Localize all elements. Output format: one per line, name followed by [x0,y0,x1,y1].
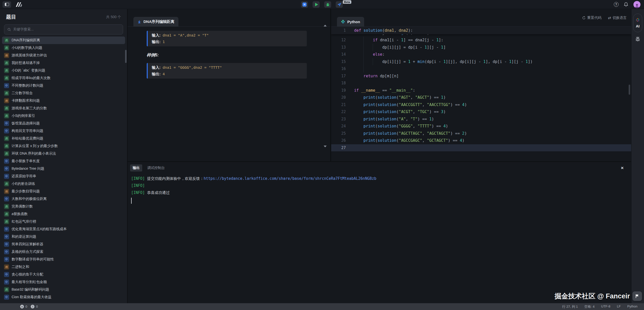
problem-list-item[interactable]: 易计算从位置 x 到 y 的最少步数 [2,142,125,150]
sidebar-scrollbar[interactable] [125,50,127,63]
problem-list-item[interactable]: 中还原原始字符串 [2,173,125,180]
status-eol[interactable]: LF [617,304,621,309]
problem-list-item[interactable]: 中及格的组合方式探索 [2,248,125,256]
problem-list-item[interactable]: 易红包运气排行榜 [2,218,125,225]
difficulty-badge: 易 [4,91,9,96]
code-line[interactable]: 22 print(solution("ACGT", "TGC") == 3) [331,108,631,116]
sidebar-toggle-button[interactable] [3,1,11,8]
problem-list-item[interactable]: 中优化青海湖至景点X的租车路线成本 [2,225,125,233]
problem-list-item[interactable]: 易小U的数字插入问题 [2,44,125,52]
problem-list-item[interactable]: 中饭馆菜品选择问题 [2,120,125,127]
problem-list-item[interactable]: 易二分数字组合 [2,89,125,97]
problem-list-item[interactable]: 难卡牌翻面求和问题 [2,97,125,105]
code-line[interactable]: 16 [331,65,631,73]
problem-list-item[interactable]: 易我好想逃却逃不掉 [2,59,125,67]
console-close-button[interactable]: × [621,165,624,170]
code-line[interactable]: 21 print(solution("AACCGGTT", "AACCTTGG"… [331,101,631,109]
log-level-tag: [INFO] [131,190,145,195]
problem-list-item[interactable]: 易小S的倒排索引 [2,112,125,120]
scroll-down-arrow[interactable] [324,146,327,147]
problem-list-item[interactable]: 中不同整数的计数问题 [2,82,125,89]
code-line[interactable]: 26 print(solution("AGCCGAGC", "GCTAGCT")… [331,137,631,144]
difficulty-badge: 中 [4,234,9,239]
problem-list-item[interactable]: 中大数和中的极值位距离 [2,195,125,203]
problem-list-item[interactable]: 易a替换函数 [2,210,125,218]
problem-list-item[interactable]: 难最少步数归零问题 [2,188,125,195]
feedback-flag-button[interactable] [632,291,642,301]
problem-list-item[interactable]: 易环状 DNA 序列的最小表示法 [2,150,125,157]
avatar[interactable] [633,1,640,8]
search-input[interactable]: 关键字搜索... [4,24,123,35]
bell-icon[interactable] [624,2,628,7]
problem-list-item[interactable]: 中数字翻译成字符串的可能性 [2,256,125,263]
tab-problem[interactable]: DNA序列编辑距离 [133,17,178,26]
scroll-up-arrow[interactable] [324,25,327,26]
difficulty-badge: 中 [4,166,9,171]
code-line[interactable]: 12 if dna1[i - 1] == dna2[j - 1]: [331,37,631,44]
problem-list-item[interactable]: 易组成字符串ku的最大次数 [2,74,125,82]
example-io-value: 1 [163,40,165,44]
console-tab-debug[interactable]: 调试控制台 [145,164,167,171]
code-editor[interactable]: 1def solution(dna1, dna2): for j in rang… [331,27,631,161]
code-line[interactable]: 23 print(solution("A", "T") == 1) [331,116,631,123]
problem-list-item[interactable]: 中和的逆运算问题 [2,233,125,240]
problem-list-item[interactable]: 易Base32 编码和解码问题 [2,286,125,293]
problems-indicator[interactable]: × 0 ! 0 [20,305,41,308]
help-icon[interactable]: ? [614,2,619,7]
problem-title: 构造回文字符串问题 [12,129,43,133]
problem-title: Base32 编码和解码问题 [12,287,49,292]
problem-list-item[interactable]: 中最小替换子串长度 [2,157,125,165]
console-tab-output[interactable]: 输出 [130,164,142,171]
problem-list-item[interactable]: 易小E的射击训练 [2,180,125,188]
problem-count: 共 500 个 [106,15,121,19]
problem-list-item[interactable]: 易DNA序列编辑距离 [2,37,125,44]
python-icon [341,20,345,24]
status-encoding[interactable]: UTF-8 [601,304,611,309]
code-line[interactable]: 13 dp[i][j] = dp[i - 1][j - 1] [331,44,631,51]
code-line[interactable]: 24 print(solution("GGGG", "TTTT") == 4) [331,123,631,130]
problem-list-item[interactable]: 中Bytedance Tree 问题 [2,165,125,173]
run-button[interactable] [313,1,320,8]
switch-language-button[interactable]: ⇄ 切换语言 [608,16,627,20]
problem-title: 最小替换子串长度 [12,159,40,163]
code-line[interactable]: for j in range(1, n + 1): [331,34,631,37]
code-line[interactable]: 20 print(solution("AGT", "AGCT") == 1) [331,94,631,101]
log-link[interactable]: https://bytedance.larkoffice.com/share/b… [204,176,376,181]
difficulty-badge: 中 [4,159,9,164]
code-line[interactable]: 14 else: [331,51,631,58]
add-button[interactable]: + [301,1,308,8]
problem-list-item[interactable]: 易游戏排名第三大的分数 [2,105,125,112]
difficulty-badge: 难 [4,53,9,58]
problem-list-item[interactable]: 中简单四则运算解析器 [2,240,125,248]
submit-button[interactable] [336,1,343,8]
problem-list-item[interactable]: 易小D的 `abc` 变换问题 [2,67,125,74]
problem-list-item[interactable]: 中贪心猫的鱼干大分配 [2,271,125,278]
code-line[interactable]: 25 print(solution("AGCTTAGC", "AGCTAGCT"… [331,130,631,137]
debug-button[interactable] [324,1,331,8]
editor-scrollbar[interactable] [629,85,630,95]
problem-list-item[interactable]: 中构造回文字符串问题 [2,127,125,135]
problem-list-item[interactable]: 难二进制之和 [2,263,125,271]
problem-list-item[interactable]: 易完美偶数计数 [2,203,125,210]
problem-title: 环状 DNA 序列的最小表示法 [12,151,56,156]
flag-icon [635,294,639,298]
ai-assistant-button[interactable]: AI [633,14,642,32]
reset-code-button[interactable]: 重置代码 [582,16,601,20]
code-line[interactable]: 27 [331,144,631,152]
code-line[interactable]: 17 return dp[m][n] [331,73,631,80]
problem-list-item[interactable]: 难游戏英雄升级潜力评估 [2,52,125,59]
logo[interactable] [15,2,23,8]
problem-list-item[interactable]: 易补给站最优花费问题 [2,135,125,142]
status-indent-setting[interactable]: 空格: 4 [584,304,594,309]
debug-rail-button[interactable] [635,36,640,43]
code-line[interactable]: 19if __name__ == "__main__": [331,87,631,94]
problem-list-item[interactable]: 中最大相等分割红包金额 [2,278,125,286]
code-line[interactable]: 15 dp[i][j] = 1 + min(dp[i - 1][j], dp[i… [331,58,631,65]
code-line[interactable]: 18 [331,80,631,87]
code-line[interactable]: 1def solution(dna1, dna2): [331,27,631,34]
status-language-mode[interactable]: Python [627,304,637,309]
tab-python[interactable]: Python [337,17,364,26]
problem-list-item[interactable]: 中Cion 勒索病毒的最大收益 [2,293,125,301]
status-cursor-position[interactable]: 行 27, 列 1 [562,304,578,309]
line-number: 26 [331,137,349,144]
